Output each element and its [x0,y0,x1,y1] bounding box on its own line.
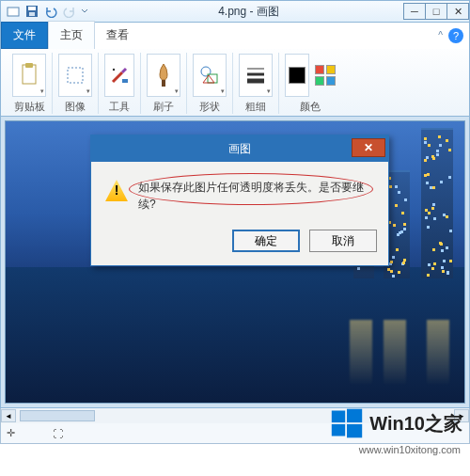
group-shapes-label: 形状 [199,100,220,114]
warning-icon [104,179,129,203]
thickness-button[interactable]: ▾ [239,54,273,97]
tab-file[interactable]: 文件 [1,22,48,49]
brushes-button[interactable]: ▾ [147,54,180,97]
canvas[interactable]: 画图 ✕ 如果保存此图片任何透明度将丢失。是否要继续? 确定 取消 [5,120,465,404]
status-selection-size: ⛶ [53,428,63,439]
window-title: 4.png - 画图 [93,4,404,20]
qat-dropdown-icon[interactable] [80,3,89,20]
svg-rect-15 [332,411,345,423]
svg-rect-9 [162,80,165,87]
svg-rect-5 [25,63,33,68]
group-colors-label: 颜色 [300,100,321,114]
collapse-ribbon-icon[interactable]: ^ [438,30,443,40]
group-thickness: ▾ 粗细 [233,53,279,114]
dialog-ok-button[interactable]: 确定 [232,230,300,252]
svg-point-7 [113,69,115,71]
redo-icon[interactable] [61,3,78,20]
watermark-url: www.win10xitong.com [359,444,461,455]
quick-access-toolbar [1,3,93,20]
tab-home[interactable]: 主页 [48,21,95,49]
watermark-text: Win10之家 [369,411,462,436]
watermark: Win10之家 [330,406,462,440]
close-button[interactable]: ✕ [446,3,469,20]
group-tools-label: 工具 [109,100,130,114]
app-menu-icon[interactable] [5,3,22,20]
svg-rect-8 [122,79,128,83]
group-brushes: ▾ 刷子 [141,53,187,114]
undo-icon[interactable] [42,3,59,20]
group-image: ▾ 图像 [53,53,99,114]
color1-button[interactable] [285,54,309,97]
svg-rect-6 [68,68,83,83]
windows-logo-icon [330,406,364,440]
group-shapes: ▾ 形状 [187,53,233,114]
maximize-button[interactable]: □ [425,3,447,20]
dialog-close-button[interactable]: ✕ [352,138,385,157]
dialog-cancel-button[interactable]: 取消 [309,230,377,252]
color-swatches[interactable] [315,65,336,86]
group-tools: 工具 [99,53,141,114]
group-thickness-label: 粗细 [245,100,266,114]
svg-rect-0 [8,8,19,16]
crosshair-icon: ✛ [7,427,15,439]
ribbon-tabs: 文件 主页 查看 ^ ? [0,23,470,49]
group-brushes-label: 刷子 [153,100,174,114]
minimize-button[interactable]: ─ [403,3,426,20]
help-icon[interactable]: ? [448,28,463,43]
window-controls: ─ □ ✕ [404,3,469,20]
ribbon: ▾ 剪贴板 ▾ 图像 工具 ▾ 刷子 [0,49,470,117]
svg-rect-17 [332,424,345,436]
svg-rect-18 [347,424,362,437]
paste-button[interactable]: ▾ [12,54,46,97]
select-button[interactable]: ▾ [58,54,92,97]
group-image-label: 图像 [65,100,86,114]
group-clipboard-label: 剪贴板 [14,100,45,114]
scroll-left-button[interactable]: ◄ [1,409,16,422]
group-colors: 颜色 [279,53,341,114]
title-bar: 4.png - 画图 ─ □ ✕ [0,0,470,23]
selection-size-icon: ⛶ [53,428,63,439]
dialog-title: 画图 [228,141,251,157]
svg-rect-2 [28,7,36,10]
status-coords: ✛ [7,427,15,439]
svg-rect-16 [347,409,362,422]
shapes-button[interactable]: ▾ [193,54,227,97]
dialog-transparency-warning: 画图 ✕ 如果保存此图片任何透明度将丢失。是否要继续? 确定 取消 [90,135,389,266]
svg-rect-3 [29,12,35,16]
tab-view[interactable]: 查看 [95,22,140,49]
tools-button[interactable] [104,54,134,97]
save-icon[interactable] [24,3,40,20]
group-clipboard: ▾ 剪贴板 [7,53,53,114]
scrollbar-thumb[interactable] [20,410,95,421]
canvas-area: 画图 ✕ 如果保存此图片任何透明度将丢失。是否要继续? 确定 取消 [0,117,470,408]
dialog-title-bar: 画图 ✕ [91,135,388,162]
dialog-message: 如果保存此图片任何透明度将丢失。是否要继续? [138,179,375,213]
